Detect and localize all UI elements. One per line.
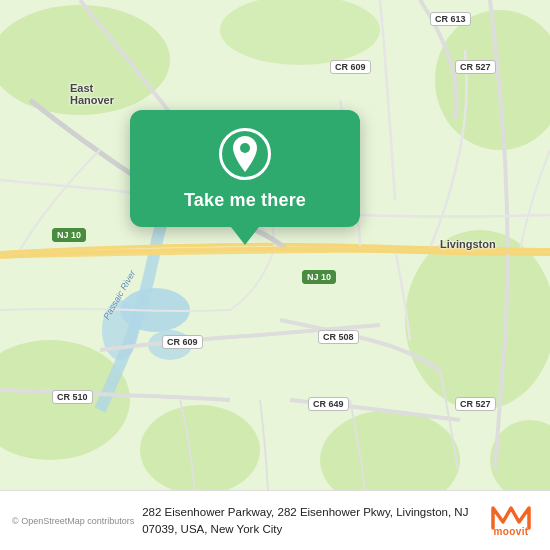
- location-popup[interactable]: Take me there: [130, 110, 360, 227]
- road-badge-cr527-top: CR 527: [455, 60, 496, 74]
- moovit-text: moovit: [493, 526, 528, 537]
- pin-icon-wrapper: [219, 128, 271, 180]
- map-container: CR 613 CR 609 CR 527 NJ 10 NJ 10 CR 609 …: [0, 0, 550, 490]
- location-pin-icon: [230, 136, 260, 172]
- road-badge-cr649: CR 649: [308, 397, 349, 411]
- address-text: 282 Eisenhower Parkway, 282 Eisenhower P…: [142, 504, 476, 537]
- moovit-logo-icon: moovit: [484, 504, 538, 537]
- place-label-east-hanover: EastHanover: [70, 82, 114, 106]
- road-badge-cr527-bot: CR 527: [455, 397, 496, 411]
- popup-label: Take me there: [184, 190, 306, 211]
- road-badge-nj10-mid: NJ 10: [302, 270, 336, 284]
- road-badge-cr609-bot: CR 609: [162, 335, 203, 349]
- svg-point-3: [405, 230, 550, 410]
- bottom-bar: © OpenStreetMap contributors 282 Eisenho…: [0, 490, 550, 550]
- road-badge-cr508: CR 508: [318, 330, 359, 344]
- svg-point-12: [240, 143, 250, 153]
- road-badge-cr613: CR 613: [430, 12, 471, 26]
- road-badge-cr510: CR 510: [52, 390, 93, 404]
- place-label-livingston: Livingston: [440, 238, 496, 250]
- road-badge-nj10-left: NJ 10: [52, 228, 86, 242]
- road-badge-cr609-top: CR 609: [330, 60, 371, 74]
- osm-credit: © OpenStreetMap contributors: [12, 515, 134, 526]
